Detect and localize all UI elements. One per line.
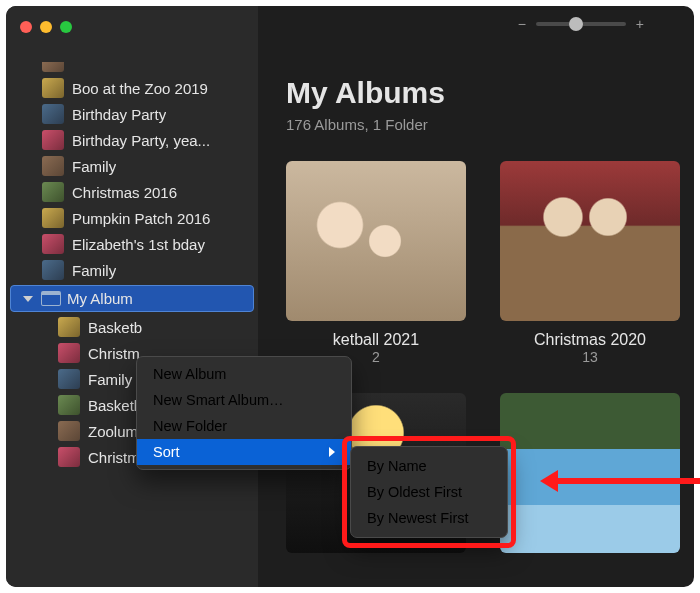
album-name: Christmas 2020 — [500, 331, 680, 349]
menu-item-label: By Name — [367, 458, 427, 474]
menu-item-sort-by-newest[interactable]: By Newest First — [351, 505, 507, 531]
menu-item-sort[interactable]: Sort — [137, 439, 351, 465]
album-thumbnail-icon — [58, 421, 80, 441]
album-count: 13 — [500, 349, 680, 365]
album-thumbnail-icon — [58, 447, 80, 467]
album-thumbnail-icon — [58, 369, 80, 389]
sidebar-item-label: Birthday Party — [72, 106, 166, 123]
sidebar-item-label: Boo at the Zoo 2019 — [72, 80, 208, 97]
album-thumbnail-icon — [42, 130, 64, 150]
sidebar-item-label: Christmas 2016 — [72, 184, 177, 201]
folder-icon — [41, 291, 61, 306]
sidebar-item-label: Pumpkin Patch 2016 — [72, 210, 210, 227]
menu-item-label: By Oldest First — [367, 484, 462, 500]
zoom-icon[interactable] — [60, 21, 72, 33]
sidebar-item-label: Basketb — [88, 319, 142, 336]
menu-item-label: New Smart Album… — [153, 392, 284, 408]
album-artwork — [500, 161, 680, 321]
menu-item-new-smart-album[interactable]: New Smart Album… — [137, 387, 351, 413]
menu-item-label: New Folder — [153, 418, 227, 434]
minimize-icon[interactable] — [40, 21, 52, 33]
album-thumbnail-icon — [42, 234, 64, 254]
sidebar-item[interactable]: Family — [6, 257, 258, 283]
menu-item-label: Sort — [153, 444, 180, 460]
page-subtitle: 176 Albums, 1 Folder — [286, 116, 666, 133]
menu-item-sort-by-oldest[interactable]: By Oldest First — [351, 479, 507, 505]
menu-item-label: New Album — [153, 366, 226, 382]
sidebar-item[interactable]: Boo at the Zoo 2019 — [6, 75, 258, 101]
sidebar-item-label: Birthday Party, yea... — [72, 132, 210, 149]
album-thumbnail-icon — [42, 208, 64, 228]
album-card[interactable]: ketball 2021 2 — [286, 161, 466, 365]
sidebar-item[interactable]: Birthday Party — [6, 101, 258, 127]
sidebar-folder-label: My Album — [67, 290, 133, 307]
zoom-slider[interactable] — [536, 22, 626, 26]
sidebar-item[interactable]: Family — [6, 153, 258, 179]
zoom-in-icon[interactable]: + — [636, 16, 644, 32]
album-thumbnail-icon — [58, 317, 80, 337]
album-name: ketball 2021 — [286, 331, 466, 349]
sidebar-item[interactable] — [6, 62, 258, 75]
sidebar-item-label: Christm — [88, 345, 140, 362]
album-thumbnail-icon — [58, 343, 80, 363]
menu-item-new-album[interactable]: New Album — [137, 361, 351, 387]
sidebar-item[interactable]: Elizabeth's 1st bday — [6, 231, 258, 257]
album-thumbnail-icon — [42, 156, 64, 176]
album-thumbnail-icon — [42, 104, 64, 124]
sort-submenu: By Name By Oldest First By Newest First — [350, 446, 508, 538]
chevron-right-icon — [329, 447, 335, 457]
sidebar-item-label: Family — [72, 262, 116, 279]
album-artwork — [500, 393, 680, 553]
album-thumbnail-icon — [42, 260, 64, 280]
album-thumbnail-icon — [42, 62, 64, 72]
album-card[interactable]: Christmas 2020 13 — [500, 161, 680, 365]
zoom-slider-thumb[interactable] — [569, 17, 583, 31]
sidebar-item[interactable]: Christmas 2016 — [6, 179, 258, 205]
sidebar-item-label: Elizabeth's 1st bday — [72, 236, 205, 253]
album-thumbnail-icon — [58, 395, 80, 415]
album-artwork — [286, 161, 466, 321]
sidebar-item[interactable]: Basketb — [6, 314, 258, 340]
thumbnail-size-slider: − + — [518, 16, 644, 32]
zoom-out-icon[interactable]: − — [518, 16, 526, 32]
menu-item-label: By Newest First — [367, 510, 469, 526]
sidebar-folder-selected[interactable]: My Album — [10, 285, 254, 312]
sidebar: Boo at the Zoo 2019 Birthday Party Birth… — [6, 6, 258, 587]
album-thumbnail-icon — [42, 78, 64, 98]
window-controls — [6, 21, 72, 33]
album-thumbnail-icon — [42, 182, 64, 202]
menu-item-sort-by-name[interactable]: By Name — [351, 453, 507, 479]
close-icon[interactable] — [20, 21, 32, 33]
chevron-down-icon[interactable] — [23, 296, 33, 302]
sidebar-item[interactable]: Birthday Party, yea... — [6, 127, 258, 153]
context-menu: New Album New Smart Album… New Folder So… — [136, 356, 352, 470]
titlebar: − + — [6, 6, 694, 48]
menu-item-new-folder[interactable]: New Folder — [137, 413, 351, 439]
sidebar-item-label: Family — [72, 158, 116, 175]
album-card[interactable] — [500, 393, 680, 553]
page-title: My Albums — [286, 76, 666, 110]
sidebar-item[interactable]: Pumpkin Patch 2016 — [6, 205, 258, 231]
